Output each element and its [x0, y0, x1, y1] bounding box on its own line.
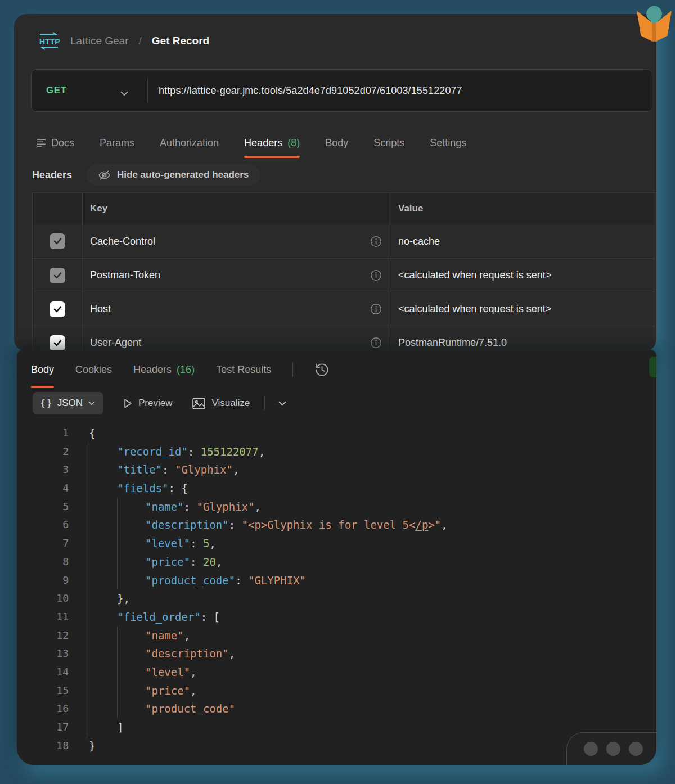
request-tab-settings[interactable]: Settings	[430, 129, 466, 157]
header-value: PostmanRuntime/7.51.0	[398, 337, 507, 349]
code-token: "title"	[117, 463, 162, 476]
line-number: 8	[33, 553, 69, 571]
checkbox-cell	[33, 259, 82, 292]
line-content: "description",	[89, 645, 235, 663]
info-icon[interactable]	[370, 337, 382, 349]
response-body-editor[interactable]: 1{2"record_id": 155122077,3"title": "Gly…	[17, 424, 656, 765]
code-token: :	[190, 537, 203, 549]
tab-label: Authorization	[160, 137, 219, 149]
table-row: Cache-Controlno-cache	[33, 224, 655, 258]
header-key-cell[interactable]: Postman-Token	[82, 259, 388, 292]
header-key: User-Agent	[90, 337, 141, 349]
line-content: "product_code"	[89, 700, 235, 718]
response-tabs-divider	[292, 362, 293, 377]
response-toolbar: { } JSON Preview Visualize	[33, 391, 286, 415]
request-tab-params[interactable]: Params	[100, 129, 134, 157]
code-token: : {	[169, 482, 188, 494]
info-icon[interactable]	[370, 236, 382, 247]
visualize-button[interactable]: Visualize	[192, 398, 250, 409]
header-key-cell[interactable]: Host	[82, 292, 388, 326]
code-line: 7"level": 5,	[33, 534, 656, 553]
header-value-cell[interactable]: PostmanRuntime/7.51.0	[388, 326, 655, 352]
code-token: ,	[216, 556, 222, 568]
url-input[interactable]: https://lattice-gear.jmc.tools/5a2d4e7d9…	[159, 85, 462, 97]
response-tab-test-results[interactable]: Test Results	[216, 352, 271, 387]
line-content: "name",	[89, 627, 190, 645]
chevron-down-icon[interactable]	[278, 401, 286, 406]
header-enabled-checkbox[interactable]	[50, 301, 65, 317]
format-label: JSON	[57, 398, 83, 409]
header-enabled-checkbox[interactable]	[50, 233, 65, 249]
line-content: "description": "<p>Glyphix is for level …	[89, 516, 448, 534]
visualize-label: Visualize	[212, 398, 250, 409]
table-row: Host<calculated when request is sent>	[33, 292, 655, 326]
indent-guide	[89, 498, 117, 516]
line-content: "product_code": "GLYPHIX"	[89, 571, 306, 590]
preview-button[interactable]: Preview	[124, 398, 172, 409]
code-token: ,	[209, 537, 215, 549]
tab-label: Body	[325, 137, 348, 149]
code-line: 5"name": "Glyphix",	[33, 498, 656, 516]
code-token: "fields"	[117, 482, 169, 494]
header-key-cell[interactable]: Cache-Control	[82, 224, 388, 258]
method-label: GET	[46, 85, 67, 96]
code-token: "product_code"	[145, 702, 235, 715]
request-tab-docs[interactable]: Docs	[37, 129, 74, 157]
response-history-icon[interactable]	[314, 362, 330, 377]
response-tab-body[interactable]: Body	[31, 352, 54, 387]
info-icon[interactable]	[370, 269, 382, 281]
code-token: "field_order"	[117, 611, 201, 623]
code-line: 14"level",	[33, 663, 656, 682]
line-content: "level",	[89, 663, 197, 682]
floating-dots-widget[interactable]	[566, 732, 656, 765]
indent-guide	[117, 663, 145, 682]
info-icon[interactable]	[370, 303, 382, 315]
http-request-icon: HTTP	[37, 31, 61, 51]
chevron-down-icon	[120, 88, 128, 98]
header-value: <calculated when request is sent>	[398, 303, 551, 315]
code-line: 1{	[33, 424, 656, 443]
code-token: :	[190, 556, 203, 568]
line-content: "title": "Glyphix",	[89, 461, 239, 479]
indent-guide	[117, 645, 145, 663]
hide-auto-generated-headers-button[interactable]: Hide auto-generated headers	[87, 164, 260, 186]
code-token: "<p>Glyphix is for level 5<	[242, 519, 416, 531]
indent-guide	[117, 571, 145, 590]
indent-guide	[117, 516, 145, 534]
line-content: },	[89, 589, 130, 608]
response-tab-cookies[interactable]: Cookies	[75, 352, 112, 387]
code-token: },	[117, 592, 130, 605]
code-token: {	[89, 427, 95, 439]
code-line: 6"description": "<p>Glyphix is for level…	[33, 516, 656, 534]
preview-label: Preview	[138, 398, 172, 409]
code-line: 17]	[33, 718, 656, 737]
header-value: no-cache	[398, 236, 440, 247]
code-line: 13"description",	[33, 645, 656, 663]
code-token: 20	[203, 556, 216, 568]
header-key-cell[interactable]: User-Agent	[82, 326, 388, 352]
method-selector[interactable]: GET	[32, 70, 147, 111]
request-tab-scripts[interactable]: Scripts	[374, 129, 404, 157]
header-value-cell[interactable]: no-cache	[388, 224, 655, 258]
header-enabled-checkbox[interactable]	[50, 268, 65, 283]
breadcrumb-request-name[interactable]: Get Record	[152, 35, 209, 47]
code-token: 5	[203, 537, 209, 549]
response-tab-headers[interactable]: Headers(16)	[133, 352, 195, 387]
indent-guide	[89, 627, 117, 645]
indent-guide	[89, 608, 117, 627]
breadcrumb-separator: /	[139, 35, 142, 47]
header-value-cell[interactable]: <calculated when request is sent>	[388, 292, 655, 326]
breadcrumb-collection[interactable]: Lattice Gear	[70, 35, 129, 47]
table-row: Postman-Token<calculated when request is…	[33, 258, 655, 292]
body-format-dropdown[interactable]: { } JSON	[33, 392, 104, 414]
header-value-cell[interactable]: <calculated when request is sent>	[388, 259, 655, 292]
header-enabled-checkbox[interactable]	[50, 335, 65, 351]
indent-guide	[117, 627, 145, 645]
request-tab-authorization[interactable]: Authorization	[160, 129, 219, 157]
tab-label: Test Results	[216, 364, 271, 376]
request-tab-headers[interactable]: Headers(8)	[244, 129, 300, 157]
status-badge	[649, 357, 656, 377]
request-tab-body[interactable]: Body	[325, 129, 348, 157]
code-token: }	[89, 740, 95, 752]
code-token: "Glyphix"	[175, 463, 233, 476]
